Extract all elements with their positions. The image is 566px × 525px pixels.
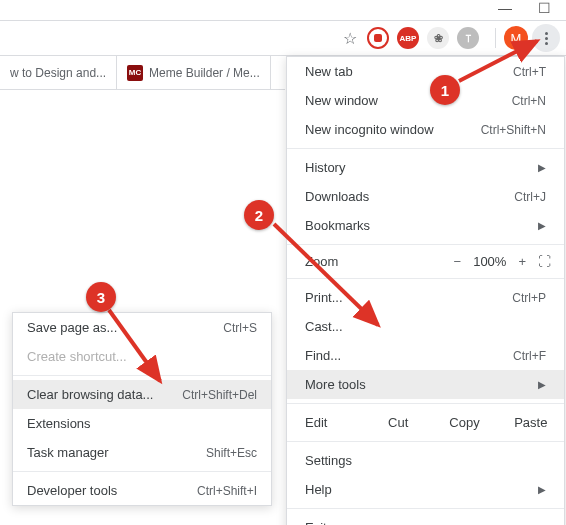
chevron-right-icon: ▶ [538, 220, 546, 231]
menu-label: New tab [305, 64, 353, 79]
menu-more-tools[interactable]: More tools ▶ [287, 370, 564, 399]
menu-help[interactable]: Help ▶ [287, 475, 564, 504]
more-menu-button[interactable] [532, 24, 560, 52]
menu-downloads[interactable]: Downloads Ctrl+J [287, 182, 564, 211]
menu-find[interactable]: Find... Ctrl+F [287, 341, 564, 370]
menu-label: Task manager [27, 445, 109, 460]
submenu-create-shortcut: Create shortcut... [13, 342, 271, 371]
menu-shortcut: Shift+Esc [206, 446, 257, 460]
bookmark-star-icon[interactable]: ☆ [343, 29, 357, 48]
edit-paste-button[interactable]: Paste [498, 415, 564, 430]
submenu-task-manager[interactable]: Task manager Shift+Esc [13, 438, 271, 467]
zoom-level: 100% [473, 254, 506, 269]
menu-cast[interactable]: Cast... [287, 312, 564, 341]
browser-tab[interactable]: w to Design and... [0, 56, 117, 90]
menu-label: Downloads [305, 189, 369, 204]
chevron-right-icon: ▶ [538, 379, 546, 390]
menu-separator [287, 403, 564, 404]
menu-shortcut: Ctrl+J [514, 190, 546, 204]
zoom-in-button[interactable]: + [518, 254, 526, 269]
extension-icon-2[interactable]: ABP [397, 27, 419, 49]
kebab-icon [545, 32, 548, 45]
menu-label: Developer tools [27, 483, 117, 498]
separator [495, 28, 496, 48]
menu-label: Zoom [305, 254, 454, 269]
tab-favicon: MC [127, 65, 143, 81]
submenu-save-page[interactable]: Save page as... Ctrl+S [13, 313, 271, 342]
menu-incognito[interactable]: New incognito window Ctrl+Shift+N [287, 115, 564, 144]
menu-bookmarks[interactable]: Bookmarks ▶ [287, 211, 564, 240]
extension-icon-4[interactable]: 𐊗 [457, 27, 479, 49]
menu-label: Exit [305, 520, 327, 525]
maximize-button[interactable]: ☐ [538, 0, 551, 18]
extension-icon-3[interactable]: ❀ [427, 27, 449, 49]
menu-label: Help [305, 482, 332, 497]
menu-edit-row: Edit Cut Copy Paste [287, 408, 564, 437]
browser-tab[interactable]: MC Meme Builder / Me... [117, 56, 271, 90]
submenu-clear-browsing-data[interactable]: Clear browsing data... Ctrl+Shift+Del [13, 380, 271, 409]
edit-copy-button[interactable]: Copy [431, 415, 497, 430]
tab-strip: w to Design and... MC Meme Builder / Me.… [0, 56, 285, 90]
menu-label: More tools [305, 377, 366, 392]
profile-avatar[interactable]: M [504, 26, 528, 50]
menu-label: Cast... [305, 319, 343, 334]
submenu-extensions[interactable]: Extensions [13, 409, 271, 438]
menu-label: Create shortcut... [27, 349, 127, 364]
menu-separator [287, 508, 564, 509]
menu-separator [287, 148, 564, 149]
menu-shortcut: Ctrl+N [512, 94, 546, 108]
menu-label: Find... [305, 348, 341, 363]
menu-separator [287, 441, 564, 442]
menu-zoom: Zoom − 100% + ⛶ [287, 249, 564, 274]
browser-toolbar: ☆ ABP ❀ 𐊗 M [0, 20, 566, 56]
menu-shortcut: Ctrl+Shift+N [481, 123, 546, 137]
menu-shortcut: Ctrl+T [513, 65, 546, 79]
menu-shortcut: Ctrl+F [513, 349, 546, 363]
extension-icon-1[interactable] [367, 27, 389, 49]
minimize-button[interactable]: — [498, 0, 512, 18]
edit-cut-button[interactable]: Cut [365, 415, 431, 430]
menu-separator [287, 278, 564, 279]
chevron-right-icon: ▶ [538, 484, 546, 495]
annotation-badge-1: 1 [430, 75, 460, 105]
menu-label: New window [305, 93, 378, 108]
menu-label: Bookmarks [305, 218, 370, 233]
annotation-badge-2: 2 [244, 200, 274, 230]
menu-separator [13, 375, 271, 376]
menu-label: History [305, 160, 345, 175]
menu-settings[interactable]: Settings [287, 446, 564, 475]
menu-shortcut: Ctrl+Shift+I [197, 484, 257, 498]
chevron-right-icon: ▶ [538, 162, 546, 173]
window-controls: — ☐ ✕ [484, 0, 565, 18]
chrome-main-menu: New tab Ctrl+T New window Ctrl+N New inc… [286, 56, 565, 525]
menu-exit[interactable]: Exit [287, 513, 564, 525]
tab-label: Meme Builder / Me... [149, 66, 260, 80]
menu-new-tab[interactable]: New tab Ctrl+T [287, 57, 564, 86]
menu-shortcut: Ctrl+Shift+Del [182, 388, 257, 402]
menu-separator [13, 471, 271, 472]
menu-history[interactable]: History ▶ [287, 153, 564, 182]
menu-label: Settings [305, 453, 352, 468]
submenu-developer-tools[interactable]: Developer tools Ctrl+Shift+I [13, 476, 271, 505]
fullscreen-icon[interactable]: ⛶ [538, 254, 550, 269]
menu-label: Print... [305, 290, 343, 305]
annotation-badge-3: 3 [86, 282, 116, 312]
menu-label: Clear browsing data... [27, 387, 153, 402]
menu-print[interactable]: Print... Ctrl+P [287, 283, 564, 312]
menu-shortcut: Ctrl+P [512, 291, 546, 305]
zoom-out-button[interactable]: − [454, 254, 462, 269]
menu-label: New incognito window [305, 122, 434, 137]
menu-label: Save page as... [27, 320, 117, 335]
tab-label: w to Design and... [10, 66, 106, 80]
menu-separator [287, 244, 564, 245]
more-tools-submenu: Save page as... Ctrl+S Create shortcut..… [12, 312, 272, 506]
menu-shortcut: Ctrl+S [223, 321, 257, 335]
menu-label: Edit [305, 415, 365, 430]
menu-new-window[interactable]: New window Ctrl+N [287, 86, 564, 115]
menu-label: Extensions [27, 416, 91, 431]
